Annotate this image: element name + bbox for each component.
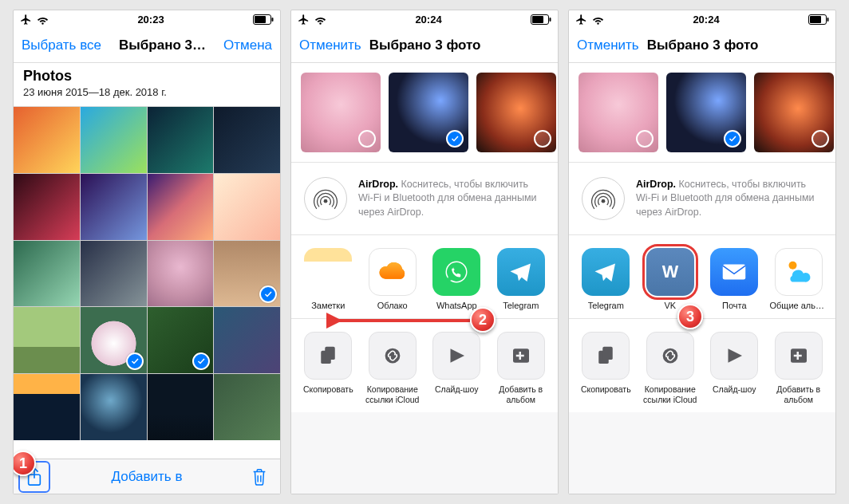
photo-17[interactable] [14, 374, 80, 440]
status-bar: 20:24 [569, 10, 835, 28]
app-label: Почта [722, 301, 747, 310]
wifi-icon [314, 14, 326, 26]
photo-06[interactable] [81, 174, 147, 240]
svg-rect-24 [603, 347, 614, 360]
bottom-toolbar: Добавить в 1 [14, 459, 280, 494]
action-label: Копирование ссылки iCloud [364, 384, 422, 404]
photo-08[interactable] [214, 174, 280, 240]
photo-03[interactable] [148, 107, 214, 173]
battery-icon [253, 14, 274, 25]
app-telegram-icon [497, 248, 545, 296]
action-add-album-icon [497, 332, 545, 380]
photo-02[interactable] [81, 107, 147, 173]
svg-point-12 [385, 348, 400, 364]
app-telegram-icon [582, 248, 630, 296]
svg-point-7 [324, 199, 328, 203]
photo-18[interactable] [81, 374, 147, 440]
share-thumb-1[interactable] [579, 73, 658, 152]
battery-icon [531, 14, 551, 25]
photo-13[interactable] [14, 307, 80, 373]
app-label: Telegram [503, 301, 539, 310]
share-thumb-1[interactable] [301, 73, 381, 152]
airplane-mode-icon [575, 14, 587, 26]
app-mail[interactable]: Почта [705, 248, 764, 310]
share-thumb-2[interactable] [666, 73, 746, 152]
cancel-button[interactable]: Отмена [223, 37, 272, 53]
photo-15[interactable] [148, 307, 214, 373]
svg-rect-18 [810, 16, 821, 23]
action-add-album[interactable]: Добавить в альбом [770, 332, 828, 404]
selected-thumbnails[interactable] [569, 63, 835, 163]
photo-04[interactable] [214, 107, 280, 173]
app-label: VK [664, 301, 676, 310]
photo-14[interactable] [81, 307, 147, 373]
action-label: Слайд-шоу [435, 384, 478, 395]
photo-09[interactable] [14, 241, 80, 307]
action-copy[interactable]: Скопировать [577, 332, 635, 404]
action-copy-icloud-icon [369, 332, 417, 380]
select-all-button[interactable]: Выбрать все [22, 37, 101, 53]
action-copy-icloud[interactable]: Копирование ссылки iCloud [364, 332, 422, 404]
photo-05[interactable] [14, 174, 80, 240]
app-label: Общие альбомы [770, 301, 828, 310]
app-shared-albums[interactable]: Общие альбомы [770, 248, 828, 310]
photo-07[interactable] [148, 174, 214, 240]
screen-share-sheet-2: 20:24 Отменить Выбрано 3 фото AirDrop. К… [568, 10, 836, 494]
annotation-badge-3: 3 [677, 304, 703, 329]
action-add-album[interactable]: Добавить в альбом [492, 332, 551, 404]
app-cloud[interactable]: Облако [364, 248, 422, 310]
photo-19[interactable] [148, 374, 214, 440]
action-slideshow[interactable]: Слайд-шоу [705, 332, 764, 404]
annotation-arrow [326, 309, 478, 333]
section-subtitle: 23 июня 2015—18 дек. 2018 г. [23, 86, 270, 98]
svg-rect-5 [550, 18, 551, 22]
action-label: Слайд-шоу [713, 384, 756, 395]
share-thumb-2[interactable] [389, 73, 468, 152]
photo-10[interactable] [81, 241, 147, 307]
photo-16[interactable] [214, 307, 280, 373]
screen-photos-grid: 20:23 Выбрать все Выбрано 3… Отмена Phot… [13, 10, 281, 494]
battery-icon [808, 14, 829, 25]
airdrop-row[interactable]: AirDrop. Коснитесь, чтобы включить Wi-Fi… [569, 163, 835, 235]
app-label: Telegram [588, 301, 624, 310]
nav-bar: Отменить Выбрано 3 фото [569, 28, 835, 63]
action-copy-icloud[interactable]: Копирование ссылки iCloud [642, 332, 700, 404]
share-actions-row[interactable]: СкопироватьКопирование ссылки iCloudСлай… [291, 319, 558, 412]
svg-rect-28 [794, 355, 802, 357]
photo-grid[interactable] [14, 107, 280, 440]
app-whatsapp[interactable]: WhatsApp [428, 248, 486, 310]
nav-title: Выбрано 3… [106, 37, 219, 53]
add-to-button[interactable]: Добавить в [14, 469, 280, 485]
svg-rect-1 [272, 18, 274, 22]
cancel-button[interactable]: Отменить [299, 37, 361, 53]
nav-title: Выбрано 3 фото [647, 37, 827, 53]
action-label: Добавить в альбом [492, 384, 551, 404]
app-telegram[interactable]: Telegram [577, 248, 635, 310]
app-telegram[interactable]: Telegram [492, 248, 551, 310]
screen-share-sheet-1: 20:24 Отменить Выбрано 3 фото AirDrop. К… [290, 10, 559, 494]
share-thumb-3[interactable] [754, 73, 834, 152]
selected-thumbnails[interactable] [291, 63, 558, 163]
action-copy[interactable]: Скопировать [299, 332, 357, 404]
app-notes-icon [304, 248, 352, 296]
share-actions-row[interactable]: СкопироватьКопирование ссылки iCloudСлай… [569, 319, 835, 412]
share-apps-row[interactable]: ЗаметкиОблакоWhatsAppTelegram 2 [291, 235, 558, 319]
trash-button[interactable] [243, 461, 275, 493]
share-apps-row[interactable]: TelegramWVKПочтаОбщие альбомы 3 [569, 235, 835, 319]
airdrop-row[interactable]: AirDrop. Коснитесь, чтобы включить Wi-Fi… [291, 163, 558, 235]
app-vk[interactable]: WVK [642, 248, 700, 310]
photo-20[interactable] [214, 374, 280, 440]
photo-01[interactable] [14, 107, 80, 173]
photo-12[interactable] [214, 241, 280, 307]
action-label: Скопировать [303, 384, 353, 395]
svg-rect-6 [532, 16, 543, 23]
share-thumb-3[interactable] [476, 73, 556, 152]
airdrop-text: AirDrop. Коснитесь, чтобы включить Wi-Fi… [636, 178, 823, 220]
action-copy-icloud-icon [646, 332, 694, 380]
cancel-button[interactable]: Отменить [577, 37, 639, 53]
photo-11[interactable] [148, 241, 214, 307]
app-notes[interactable]: Заметки [299, 248, 357, 310]
selection-ring-icon [811, 130, 829, 148]
wifi-icon [37, 14, 49, 26]
action-slideshow[interactable]: Слайд-шоу [428, 332, 486, 404]
